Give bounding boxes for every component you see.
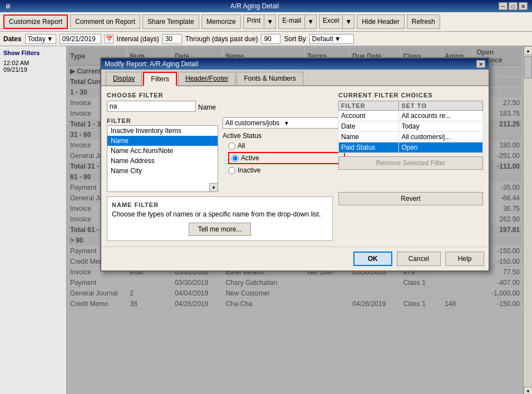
memorize-button[interactable]: Memorize: [201, 14, 241, 29]
sort-dropdown[interactable]: Default ▼: [309, 34, 354, 44]
filter-item-inactive-inventory[interactable]: Inactive Inventory Items: [107, 126, 218, 136]
current-filter-row-date[interactable]: Date Today: [339, 121, 483, 132]
filter-row-filter-account: Account: [339, 111, 399, 121]
modal-body: CHOOSE FILTER Name FILTER Inactive Inven…: [101, 86, 489, 247]
through-label: Through (days past due): [185, 35, 258, 43]
radio-inactive[interactable]: Inactive: [228, 166, 345, 174]
scroll-down-button[interactable]: ▼: [524, 387, 532, 394]
radio-active[interactable]: Active: [228, 152, 345, 164]
tab-filters[interactable]: Filters: [143, 72, 177, 86]
dates-arrow-icon: ▼: [47, 35, 53, 43]
dates-label: Dates: [3, 35, 22, 43]
restore-button[interactable]: □: [509, 2, 518, 10]
active-status-label: Active Status: [223, 132, 345, 140]
through-input[interactable]: 90: [261, 34, 280, 44]
revert-button[interactable]: Revert: [338, 192, 483, 205]
sort-value: Default: [312, 35, 333, 43]
active-status-radio-group: All Active Inactive: [228, 142, 345, 174]
modal-close-button[interactable]: ✕: [476, 60, 485, 68]
filter-row-filter-paid-status: Paid Status: [339, 142, 399, 153]
filter-list[interactable]: Inactive Inventory Items Name Name Acc.N…: [107, 125, 218, 192]
share-template-button[interactable]: Share Template: [142, 14, 199, 29]
title-bar: 🖥 A/R Aging Detail ─ □ ✕: [0, 0, 532, 12]
current-filter-row-paid-status[interactable]: Paid Status Open: [339, 142, 483, 153]
dates-dropdown[interactable]: Today ▼: [25, 34, 56, 44]
print-split-button[interactable]: Print ▼: [243, 14, 277, 29]
excel-arrow[interactable]: ▼: [342, 14, 354, 29]
ok-button[interactable]: OK: [353, 252, 392, 266]
toolbar: Customize Report Comment on Report Share…: [0, 12, 532, 32]
right-scrollbar[interactable]: ▲ ▼: [523, 46, 532, 394]
filter-row-setto-date: Today: [399, 121, 483, 132]
modal-footer: OK Cancel Help: [101, 247, 489, 270]
cancel-button[interactable]: Cancel: [397, 252, 441, 266]
email-split-button[interactable]: E-mail ▼: [278, 14, 317, 29]
close-window-button[interactable]: ✕: [519, 2, 528, 10]
filter-list-scroll-down[interactable]: ▼: [209, 183, 218, 192]
tab-fonts-numbers[interactable]: Fonts & Numbers: [237, 72, 303, 85]
tab-header-footer[interactable]: Header/Footer: [178, 72, 235, 85]
radio-active-label: Active: [241, 154, 259, 162]
modal-titlebar: Modify Report: A/R Aging Detail ✕: [101, 58, 489, 70]
help-button[interactable]: Help: [445, 252, 484, 266]
filter-row-setto-name: All customers/j...: [399, 132, 483, 142]
date-from-input[interactable]: 09/21/2019: [60, 34, 101, 44]
calendar-icon[interactable]: 📅: [105, 35, 114, 43]
minimize-button[interactable]: ─: [499, 2, 508, 10]
scroll-up-button[interactable]: ▲: [524, 46, 532, 55]
refresh-button[interactable]: Refresh: [407, 14, 440, 29]
radio-all-label: All: [238, 142, 245, 150]
radio-inactive-input[interactable]: [228, 167, 235, 174]
main-area: Show Filters 12:02 AM 09/21/19 Type Num …: [0, 46, 532, 394]
customize-report-button[interactable]: Customize Report: [3, 14, 68, 29]
filter-options-area: All customers/jobs ▼ Active Status All: [223, 117, 345, 192]
filter-col-label: FILTER: [107, 117, 218, 124]
filter-row-setto-account: All accounts re...: [399, 111, 483, 121]
filter-row-filter-name: Name: [339, 132, 399, 142]
filter-item-name-acc[interactable]: Name Acc.Num/Note: [107, 146, 218, 156]
filter-search-input[interactable]: [107, 101, 196, 112]
name-filter-box: NAME FILTER Choose the types of names or…: [107, 196, 333, 241]
sidebar-time2: 09/21/19: [3, 66, 63, 73]
current-filters-panel: CURRENT FILTER CHOICES FILTER SET TO: [338, 92, 483, 241]
email-arrow[interactable]: ▼: [304, 14, 317, 29]
modal-overlay: Modify Report: A/R Aging Detail ✕ Displa…: [67, 46, 523, 394]
filter-row-filter-date: Date: [339, 121, 399, 132]
filter-table-header-filter: FILTER: [339, 101, 399, 111]
window-controls: ─ □ ✕: [499, 2, 528, 10]
tell-me-more-button[interactable]: Tell me more...: [189, 223, 252, 236]
print-arrow[interactable]: ▼: [264, 14, 276, 29]
title-bar-icon: 🖥: [4, 3, 11, 9]
filter-item-name[interactable]: Name: [107, 136, 218, 146]
radio-all[interactable]: All: [228, 142, 345, 150]
name-filter-desc: Choose the types of names or a specific …: [112, 210, 328, 218]
filter-item-name-city[interactable]: Name City: [107, 166, 218, 176]
remove-selected-filter-button[interactable]: Remove Selected Filter: [338, 156, 483, 170]
tab-fonts-numbers-label: Fonts & Numbers: [244, 75, 295, 82]
excel-split-button[interactable]: Excel ▼: [319, 14, 354, 29]
radio-all-input[interactable]: [228, 142, 235, 150]
sort-label: Sort By: [284, 35, 306, 43]
report-area: Type Num Date Name Terms Due Date Class …: [67, 46, 523, 394]
hide-header-button[interactable]: Hide Header: [357, 14, 404, 29]
current-filters-title: CURRENT FILTER CHOICES: [338, 92, 483, 98]
filter-item-name-address[interactable]: Name Address: [107, 156, 218, 166]
scroll-track: [524, 80, 532, 387]
excel-main[interactable]: Excel: [319, 14, 342, 29]
print-main[interactable]: Print: [243, 14, 264, 29]
sort-arrow-icon: ▼: [334, 35, 341, 43]
radio-active-input[interactable]: [231, 155, 239, 162]
interval-input[interactable]: 30: [162, 34, 182, 44]
sidebar: Show Filters 12:02 AM 09/21/19: [0, 46, 67, 394]
tab-display[interactable]: Display: [106, 72, 142, 85]
dropdown-arrow-icon: ▼: [284, 120, 342, 126]
customers-dropdown[interactable]: All customers/jobs ▼: [223, 117, 345, 129]
comment-on-report-button[interactable]: Comment on Report: [70, 14, 140, 29]
window-title: A/R Aging Detail: [11, 2, 499, 10]
current-filter-row-account[interactable]: Account All accounts re...: [339, 111, 483, 121]
modal-tabs: Display Filters Header/Footer Fonts & Nu…: [101, 70, 489, 86]
filter-row-setto-paid-status: Open: [399, 142, 483, 153]
current-filter-row-name[interactable]: Name All customers/j...: [339, 132, 483, 142]
scroll-thumb[interactable]: [524, 56, 532, 78]
email-main[interactable]: E-mail: [278, 14, 304, 29]
